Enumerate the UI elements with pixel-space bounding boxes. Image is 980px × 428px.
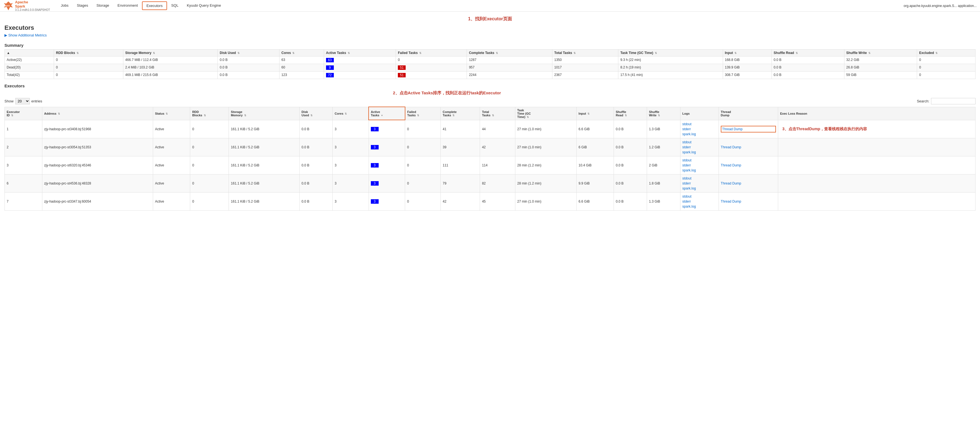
log-link[interactable]: stderr bbox=[682, 127, 717, 132]
nav-storage[interactable]: Storage bbox=[92, 2, 114, 10]
col-rdd-blocks[interactable]: RDD Blocks ⇅ bbox=[54, 49, 123, 57]
excol-active-tasks[interactable]: ActiveTasks ▼ bbox=[369, 107, 405, 120]
log-link[interactable]: stderr bbox=[682, 163, 717, 168]
exec-loss-reason bbox=[778, 192, 975, 210]
exec-failed-tasks: 0 bbox=[405, 156, 441, 174]
summary-cell: 0 bbox=[54, 64, 123, 71]
summary-cell: 1287 bbox=[467, 57, 552, 64]
log-link[interactable]: stdout bbox=[682, 176, 717, 181]
col-label: ▲ bbox=[5, 49, 54, 57]
excol-address[interactable]: Address ⇅ bbox=[42, 107, 153, 120]
nav-kyuubi[interactable]: Kyuubi Query Engine bbox=[183, 2, 225, 10]
col-task-time[interactable]: Task Time (GC Time) ⇅ bbox=[618, 49, 723, 57]
executor-row: 1zjy-hadoop-prc-st3408.bj:51968Active016… bbox=[5, 120, 975, 138]
nav-stages[interactable]: Stages bbox=[73, 2, 92, 10]
col-shuffle-read[interactable]: Shuffle Read ⇅ bbox=[772, 49, 844, 57]
exec-complete-tasks: 79 bbox=[441, 174, 480, 192]
svg-text:Spark: Spark bbox=[5, 5, 10, 7]
exec-task-time: 28 min (1.2 min) bbox=[515, 174, 576, 192]
exec-complete-tasks: 42 bbox=[441, 192, 480, 210]
col-disk-used[interactable]: Disk Used ⇅ bbox=[218, 49, 279, 57]
app-info: org.apache.kyuubi.engine.spark.S... appl… bbox=[904, 4, 977, 8]
excol-complete-tasks[interactable]: CompleteTasks ⇅ bbox=[441, 107, 480, 120]
excol-disk[interactable]: DiskUsed ⇅ bbox=[299, 107, 332, 120]
excol-cores[interactable]: Cores ⇅ bbox=[333, 107, 369, 120]
col-input[interactable]: Input ⇅ bbox=[723, 49, 772, 57]
log-link[interactable]: spark.log bbox=[682, 150, 717, 155]
excol-failed-tasks[interactable]: FailedTasks ⇅ bbox=[405, 107, 441, 120]
excol-logs: Logs bbox=[680, 107, 719, 120]
excol-task-time[interactable]: TaskTime (GCTime) ⇅ bbox=[515, 107, 576, 120]
excol-storage[interactable]: StorageMemory ⇅ bbox=[229, 107, 299, 120]
col-excluded[interactable]: Excluded ⇅ bbox=[917, 49, 975, 57]
search-input[interactable] bbox=[931, 98, 975, 105]
exec-logs: stdoutstderrspark.log bbox=[680, 156, 719, 174]
nav-executors[interactable]: Executors bbox=[142, 2, 167, 10]
exec-status: Active bbox=[153, 138, 190, 156]
excol-input[interactable]: Input ⇅ bbox=[577, 107, 614, 120]
col-shuffle-write[interactable]: Shuffle Write ⇅ bbox=[844, 49, 917, 57]
thread-dump-link[interactable]: Thread Dump bbox=[721, 145, 776, 150]
exec-logs: stdoutstderrspark.log bbox=[680, 174, 719, 192]
exec-id: 1 bbox=[5, 120, 42, 138]
log-link[interactable]: spark.log bbox=[682, 168, 717, 173]
col-failed-tasks[interactable]: Failed Tasks ⇅ bbox=[396, 49, 467, 57]
exec-total-tasks: 42 bbox=[480, 138, 515, 156]
col-complete-tasks[interactable]: Complete Tasks ⇅ bbox=[467, 49, 552, 57]
page-content: 1、找到Executor页面 Executors Show Additional… bbox=[0, 12, 980, 214]
log-link[interactable]: stdout bbox=[682, 122, 717, 127]
thread-dump-link[interactable]: Thread Dump bbox=[721, 181, 776, 186]
col-total-tasks[interactable]: Total Tasks ⇅ bbox=[552, 49, 618, 57]
exec-id: 6 bbox=[5, 174, 42, 192]
exec-address: zjy-hadoop-prc-st3054.bj:51353 bbox=[42, 138, 153, 156]
log-link[interactable]: stdout bbox=[682, 140, 717, 145]
spark-logo-icon: Spark bbox=[3, 1, 13, 11]
exec-shuffle-write: 1.3 GiB bbox=[647, 192, 680, 210]
col-storage-memory[interactable]: Storage Memory ⇅ bbox=[123, 49, 218, 57]
summary-tbody: Active(22)0466.7 MiB / 112.4 GiB0.0 B636… bbox=[5, 57, 975, 79]
log-link[interactable]: stderr bbox=[682, 199, 717, 204]
excol-total-tasks[interactable]: TotalTasks ⇅ bbox=[480, 107, 515, 120]
thread-dump-link[interactable]: Thread Dump bbox=[721, 163, 776, 168]
excol-id[interactable]: ExecutorID ⇅ bbox=[5, 107, 42, 120]
exec-complete-tasks: 41 bbox=[441, 120, 480, 138]
log-link[interactable]: stdout bbox=[682, 194, 717, 199]
exec-disk: 0.0 B bbox=[299, 174, 332, 192]
summary-cell: 0.0 B bbox=[218, 57, 279, 64]
log-link[interactable]: spark.log bbox=[682, 186, 717, 191]
thread-dump-link[interactable]: Thread Dump bbox=[721, 126, 776, 132]
executor-row: 2zjy-hadoop-prc-st3054.bj:51353Active016… bbox=[5, 138, 975, 156]
exec-storage: 161.1 KiB / 5.2 GiB bbox=[229, 120, 299, 138]
exec-status: Active bbox=[153, 174, 190, 192]
nav-environment[interactable]: Environment bbox=[113, 2, 142, 10]
search-label: Search: bbox=[917, 99, 929, 103]
exec-status: Active bbox=[153, 156, 190, 174]
exec-total-tasks: 82 bbox=[480, 174, 515, 192]
nav-jobs[interactable]: Jobs bbox=[57, 2, 73, 10]
log-link[interactable]: spark.log bbox=[682, 204, 717, 209]
executor-thead: ExecutorID ⇅ Address ⇅ Status ⇅ RDDBlock… bbox=[5, 107, 975, 120]
log-link[interactable]: spark.log bbox=[682, 132, 717, 136]
nav-sql[interactable]: SQL bbox=[167, 2, 183, 10]
log-link[interactable]: stderr bbox=[682, 181, 717, 186]
show-metrics-link[interactable]: Show Additional Metrics bbox=[5, 33, 47, 37]
exec-status: Active bbox=[153, 192, 190, 210]
excol-rdd[interactable]: RDDBlocks ⇅ bbox=[190, 107, 229, 120]
summary-cell: 9 bbox=[324, 64, 396, 71]
summary-cell: 63 bbox=[279, 57, 324, 64]
thread-dump-link[interactable]: Thread Dump bbox=[721, 199, 776, 204]
exec-input: 10.4 GiB bbox=[577, 156, 614, 174]
excol-shuffle-write[interactable]: ShuffleWrite ⇅ bbox=[647, 107, 680, 120]
show-entries-select[interactable]: 20 50 100 bbox=[15, 98, 30, 105]
excol-shuffle-read[interactable]: ShuffleRead ⇅ bbox=[614, 107, 647, 120]
col-cores[interactable]: Cores ⇅ bbox=[279, 49, 324, 57]
exec-thread-dump: Thread Dump bbox=[719, 138, 778, 156]
exec-disk: 0.0 B bbox=[299, 138, 332, 156]
exec-shuffle-read: 0.0 B bbox=[614, 156, 647, 174]
log-link[interactable]: stderr bbox=[682, 145, 717, 150]
summary-cell: 51 bbox=[396, 71, 467, 79]
excol-status[interactable]: Status ⇅ bbox=[153, 107, 190, 120]
col-active-tasks[interactable]: Active Tasks ⇅ bbox=[324, 49, 396, 57]
executors-controls: Show 20 50 100 entries Search: bbox=[5, 98, 975, 105]
log-link[interactable]: stdout bbox=[682, 158, 717, 163]
